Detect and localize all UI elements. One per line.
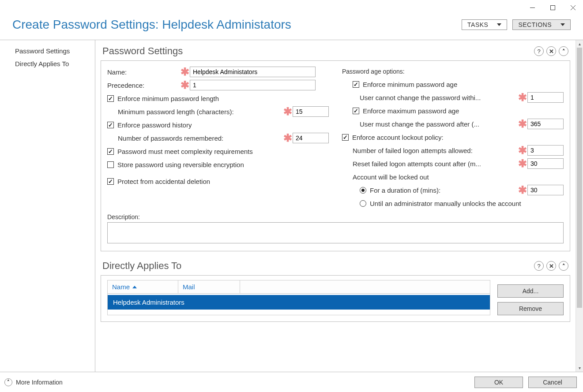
required-icon: ✱ — [283, 108, 293, 115]
required-icon: ✱ — [518, 94, 527, 101]
enforce-history-checkbox[interactable] — [107, 122, 114, 128]
sidebar-item-password-settings[interactable]: Password Settings — [0, 45, 95, 57]
locked-out-label: Account will be locked out — [353, 173, 429, 181]
titlebar — [0, 0, 583, 15]
description-input[interactable] — [107, 222, 564, 243]
add-button[interactable]: Add... — [497, 284, 564, 298]
chevron-up-icon: ˄ — [4, 378, 12, 386]
reset-count-label: Reset failed logon attempts count after … — [353, 160, 518, 168]
window: Create Password Settings: Helpdesk Admin… — [0, 0, 583, 392]
required-icon: ✱ — [180, 82, 190, 88]
name-input[interactable] — [190, 67, 316, 77]
precedence-input[interactable] — [190, 80, 316, 90]
maximize-button[interactable] — [542, 1, 563, 14]
password-settings-panel: Name: ✱ Precedence: ✱ En — [101, 60, 570, 251]
protect-label: Protect from accidental deletion — [117, 178, 210, 185]
history-count-label: Number of passwords remembered: — [118, 134, 283, 142]
scroll-up-icon[interactable]: ▴ — [576, 40, 583, 48]
column-name[interactable]: Name — [108, 280, 178, 293]
reversible-checkbox[interactable] — [107, 161, 114, 168]
enforce-min-age-checkbox[interactable] — [353, 81, 359, 88]
right-column: Password age options: Enforce minimum pa… — [342, 65, 564, 210]
table-row[interactable]: Helpdesk Administrators — [108, 295, 490, 310]
clear-icon[interactable]: ✕ — [546, 261, 556, 271]
required-icon: ✱ — [518, 187, 527, 193]
section-header-password-settings: Password Settings ? ✕ ˄ — [101, 44, 570, 60]
applies-to-panel: Name Mail Helpdesk Administrators — [101, 275, 570, 322]
body: Password Settings Directly Applies To Pa… — [0, 40, 583, 372]
name-label: Name: — [107, 68, 180, 76]
lockout-duration-radio[interactable] — [360, 187, 366, 194]
svg-rect-0 — [530, 7, 535, 8]
enforce-max-age-label: Enforce maximum password age — [363, 107, 459, 115]
clear-icon[interactable]: ✕ — [546, 46, 556, 56]
required-icon: ✱ — [518, 161, 527, 167]
lockout-admin-radio[interactable] — [360, 200, 366, 207]
sort-asc-icon — [132, 286, 137, 288]
reversible-label: Store password using reversible encrypti… — [117, 161, 244, 168]
protect-checkbox[interactable] — [107, 178, 114, 185]
min-length-label: Minimum password length (characters): — [118, 108, 283, 116]
tasks-dropdown[interactable]: TASKS — [462, 19, 507, 30]
complexity-label: Password must meet complexity requiremen… — [117, 148, 253, 155]
tasks-label: TASKS — [467, 21, 488, 28]
sections-label: SECTIONS — [518, 21, 552, 28]
history-count-input[interactable] — [293, 133, 329, 143]
help-icon[interactable]: ? — [534, 261, 544, 271]
section-title: Password Settings — [102, 45, 183, 57]
header: Create Password Settings: Helpdesk Admin… — [0, 15, 583, 40]
chevron-down-icon — [497, 23, 501, 26]
required-icon: ✱ — [283, 135, 293, 141]
svg-rect-1 — [550, 5, 555, 10]
minimize-button[interactable] — [522, 1, 542, 14]
left-column: Name: ✱ Precedence: ✱ En — [107, 65, 329, 210]
remove-button[interactable]: Remove — [497, 302, 564, 315]
row-name: Helpdesk Administrators — [113, 299, 184, 306]
more-information-toggle[interactable]: ˄ More Information — [4, 378, 63, 386]
precedence-label: Precedence: — [107, 82, 180, 89]
section-header-applies-to: Directly Applies To ? ✕ ˄ — [101, 258, 570, 275]
sidebar-item-directly-applies-to[interactable]: Directly Applies To — [0, 57, 95, 70]
complexity-checkbox[interactable] — [107, 148, 114, 155]
enforce-lockout-checkbox[interactable] — [342, 134, 349, 141]
sections-dropdown[interactable]: SECTIONS — [512, 19, 571, 30]
table-header: Name Mail — [108, 280, 490, 294]
collapse-icon[interactable]: ˄ — [559, 261, 568, 271]
min-length-input[interactable] — [293, 106, 329, 117]
description-label: Description: — [107, 213, 564, 220]
required-icon: ✱ — [180, 69, 190, 75]
vertical-scrollbar[interactable]: ▴ ▾ — [575, 40, 583, 372]
more-information-label: More Information — [16, 379, 63, 386]
lockout-duration-label: For a duration of (mins): — [370, 187, 518, 194]
enforce-min-length-label: Enforce minimum password length — [117, 95, 219, 102]
applies-to-table: Name Mail Helpdesk Administrators — [107, 280, 490, 315]
required-icon: ✱ — [518, 121, 527, 127]
close-button[interactable] — [563, 1, 583, 14]
footer: ˄ More Information OK Cancel — [0, 372, 583, 392]
enforce-max-age-checkbox[interactable] — [353, 108, 359, 114]
lockout-duration-input[interactable] — [527, 185, 564, 195]
help-icon[interactable]: ? — [534, 46, 544, 56]
scroll-down-icon[interactable]: ▾ — [576, 364, 583, 372]
cancel-button[interactable]: Cancel — [528, 377, 577, 388]
reset-count-input[interactable] — [527, 158, 564, 169]
enforce-history-label: Enforce password history — [117, 121, 192, 129]
failed-attempts-label: Number of failed logon attempts allowed: — [353, 147, 518, 154]
scroll-thumb[interactable] — [577, 48, 582, 308]
content: Password Settings ? ✕ ˄ Name: ✱ — [95, 40, 575, 372]
lockout-admin-label: Until an administrator manually unlocks … — [370, 200, 521, 207]
max-age-sub-label: User must change the password after (... — [360, 120, 518, 128]
sidebar: Password Settings Directly Applies To — [0, 40, 95, 372]
max-age-input[interactable] — [527, 119, 564, 129]
column-spacer — [240, 280, 490, 293]
column-mail[interactable]: Mail — [178, 280, 240, 293]
enforce-min-age-label: Enforce minimum password age — [363, 81, 457, 88]
failed-attempts-input[interactable] — [527, 145, 564, 156]
enforce-min-length-checkbox[interactable] — [107, 95, 114, 102]
page-title: Create Password Settings: Helpdesk Admin… — [12, 18, 291, 32]
ok-button[interactable]: OK — [474, 377, 523, 388]
collapse-icon[interactable]: ˄ — [559, 46, 568, 56]
min-age-input[interactable] — [527, 92, 564, 103]
required-icon: ✱ — [518, 147, 527, 153]
age-options-label: Password age options: — [342, 68, 405, 75]
